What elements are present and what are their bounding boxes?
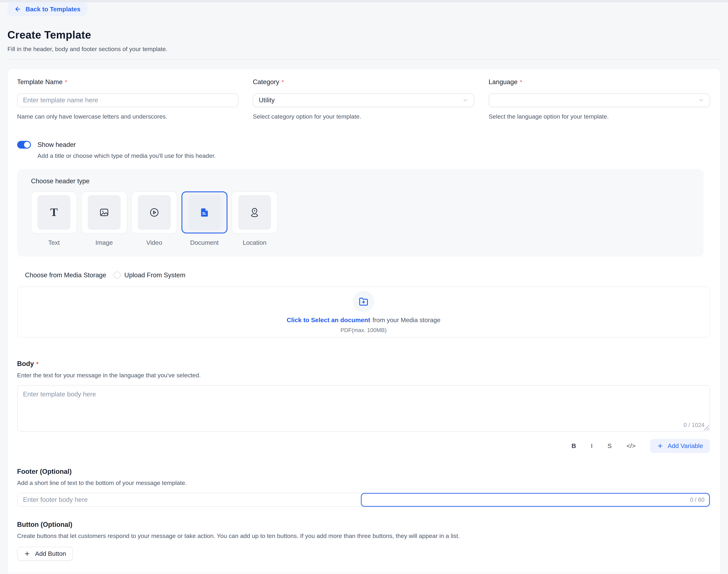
template-name-helper: Name can only have lowercase letters and… [17, 113, 239, 120]
page-subtitle: Fill in the header, body and footer sect… [7, 46, 721, 52]
header-type-card-image[interactable] [81, 192, 127, 234]
header-type-card-video[interactable] [131, 192, 177, 234]
select-document-link[interactable]: Click to Select an document [287, 317, 370, 324]
template-name-placeholder: Enter template name here [23, 96, 98, 104]
header-type-label-text: Text [31, 239, 77, 246]
upload-from-system-option[interactable]: Upload From System [114, 272, 186, 279]
arrow-left-icon [14, 6, 21, 12]
header-divider [7, 59, 721, 60]
template-name-label: Template Name* [17, 78, 239, 86]
required-asterisk: * [36, 361, 39, 367]
required-asterisk: * [65, 79, 67, 85]
category-select[interactable]: Utility [253, 93, 474, 107]
location-icon [249, 207, 260, 218]
strikethrough-button[interactable]: S [600, 442, 619, 450]
language-field-group: Language* Select the language option for… [489, 78, 710, 120]
footer-placeholder: Enter footer body here [23, 496, 88, 503]
header-type-label-video: Video [131, 239, 177, 246]
radio-unchecked-icon[interactable] [114, 272, 121, 279]
window-top-edge [0, 0, 728, 2]
folder-plus-icon [358, 296, 369, 307]
header-type-video: Video [131, 192, 177, 246]
chevron-down-icon [698, 97, 704, 103]
button-label: Button (Optional) [17, 521, 710, 528]
category-label: Category* [253, 78, 474, 86]
video-icon [149, 207, 159, 218]
top-fields-row: Template Name* Enter template name here … [17, 78, 710, 120]
upload-icon-badge [353, 291, 374, 312]
body-placeholder: Enter template body here [23, 391, 96, 398]
template-name-field-group: Template Name* Enter template name here … [17, 78, 239, 120]
card-inner [188, 195, 221, 230]
plus-icon [24, 550, 30, 557]
header-type-label-document: Document [182, 239, 227, 246]
body-section: Body* Enter the text for your message in… [17, 360, 710, 453]
chevron-down-icon [462, 97, 468, 103]
add-variable-label: Add Variable [668, 442, 703, 450]
footer-input[interactable]: Enter footer body here 0 / 60 [17, 493, 710, 507]
category-field-group: Category* Utility Select category option… [253, 78, 474, 120]
required-asterisk: * [520, 79, 522, 85]
footer-label: Footer (Optional) [17, 468, 710, 476]
button-section: Button (Optional) Create buttons that le… [17, 521, 710, 561]
language-helper: Select the language option for your temp… [489, 113, 710, 120]
required-asterisk: * [281, 79, 284, 85]
card-inner: T [38, 195, 70, 230]
header-type-card-location[interactable] [232, 192, 277, 234]
add-button-button[interactable]: Add Button [17, 547, 73, 561]
back-to-templates-button[interactable]: Back to Templates [7, 2, 87, 16]
body-char-counter: 0 / 1024 [684, 422, 705, 428]
footer-section: Footer (Optional) Add a short line of te… [17, 468, 710, 507]
text-icon: T [50, 207, 58, 218]
footer-description: Add a short line of text to the bottom o… [17, 480, 710, 486]
template-form-card: Template Name* Enter template name here … [7, 69, 721, 574]
plus-icon [657, 443, 663, 449]
choose-header-type-label: Choose header type [31, 177, 690, 185]
footer-input-focused-segment[interactable]: 0 / 60 [361, 493, 710, 507]
header-type-card-document[interactable] [182, 192, 227, 234]
italic-button[interactable]: I [583, 442, 600, 450]
add-button-label: Add Button [35, 550, 66, 558]
choose-from-media-storage-option[interactable]: Choose from Media Storage [25, 272, 106, 279]
card-inner [138, 195, 171, 230]
template-body-textarea[interactable]: Enter template body here 0 / 1024 [17, 385, 710, 432]
card-inner [88, 195, 121, 230]
show-header-toggle-row: Show header [17, 141, 710, 149]
header-type-label-location: Location [232, 239, 277, 246]
template-name-input[interactable]: Enter template name here [17, 93, 239, 107]
body-format-toolbar: B I S </> Add Variable [17, 439, 710, 453]
footer-char-counter: 0 / 60 [690, 496, 704, 503]
body-label-text: Body [17, 360, 34, 367]
show-header-toggle[interactable] [17, 141, 31, 149]
show-header-label: Show header [38, 141, 76, 149]
header-type-label-image: Image [81, 239, 127, 246]
code-button[interactable]: </> [619, 442, 643, 450]
language-label: Language* [489, 78, 710, 86]
header-type-panel: Choose header type T Text [17, 169, 703, 257]
header-type-document: Document [182, 192, 227, 246]
media-select-dropzone[interactable]: Click to Select an document from your Me… [17, 287, 710, 338]
header-type-card-text[interactable]: T [31, 192, 77, 234]
add-variable-button[interactable]: Add Variable [650, 439, 710, 453]
header-type-options: T Text Image [31, 192, 690, 246]
category-label-text: Category [253, 78, 279, 86]
category-helper: Select category option for your template… [253, 113, 474, 120]
show-header-description: Add a title or choose which type of medi… [38, 152, 710, 159]
body-label: Body* [17, 360, 710, 368]
button-description: Create buttons that let customers respon… [17, 532, 710, 539]
image-icon [99, 207, 109, 217]
header-type-location: Location [232, 192, 277, 246]
upload-instruction-rest: from your Media storage [373, 317, 440, 324]
language-select[interactable] [489, 93, 710, 107]
upload-file-hint: PDF(max. 100MB) [341, 327, 387, 333]
bold-button[interactable]: B [564, 442, 583, 450]
create-template-page: Back to Templates Create Template Fill i… [0, 2, 728, 574]
back-label: Back to Templates [26, 6, 80, 13]
header-type-image: Image [81, 192, 127, 246]
document-icon [199, 207, 209, 217]
form-action-bar: Cancel Create [8, 573, 720, 574]
category-selected-value: Utility [259, 96, 275, 104]
header-type-text: T Text [31, 192, 77, 246]
template-name-label-text: Template Name [17, 78, 63, 86]
language-label-text: Language [489, 78, 518, 86]
